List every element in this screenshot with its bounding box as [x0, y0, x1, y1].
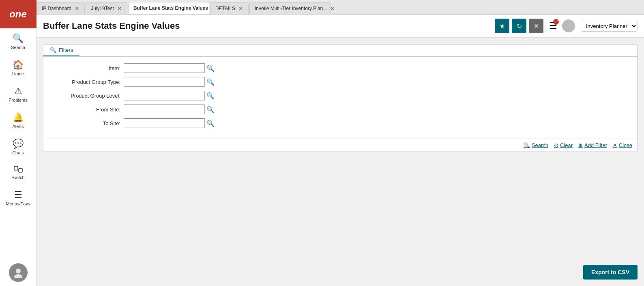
- sidebar-item-label-problems: Problems: [9, 98, 27, 102]
- sidebar-item-chats[interactable]: 💬 Chats: [0, 134, 36, 160]
- add-filter-icon: ⊕: [578, 142, 583, 148]
- search-filter-button[interactable]: 🔍 Search: [524, 142, 548, 148]
- header-actions: ★ ↻ ✕ ☰ 1 Inventory Planner Option 2 Opt…: [495, 19, 638, 33]
- app-logo[interactable]: one: [0, 0, 36, 28]
- sidebar-item-label-switch: Switch: [11, 175, 24, 180]
- export-csv-button[interactable]: Export to CSV: [583, 265, 638, 280]
- filter-search-btn-product-group-type[interactable]: 🔍: [206, 78, 215, 86]
- tab-buffer-lane[interactable]: Buffer Lane Stats Engine Values ✕: [128, 2, 209, 14]
- filter-label-product-group-level: Product Group Level:: [52, 93, 120, 99]
- sidebar-item-problems[interactable]: ⚠ Problems: [0, 81, 36, 107]
- inventory-planner-select[interactable]: Inventory Planner Option 2 Option 3: [581, 21, 638, 32]
- content-area: 🔍 Filters Item: 🔍 Product Group Type: 🔍: [36, 38, 644, 286]
- filter-row-product-group-type: Product Group Type: 🔍: [52, 77, 629, 87]
- refresh-button[interactable]: ↻: [512, 19, 526, 33]
- filter-input-product-group-type[interactable]: [124, 77, 205, 87]
- warning-icon: ⚠: [14, 86, 22, 96]
- tab-details[interactable]: DETAILS ✕: [210, 2, 249, 14]
- main-area: IP Dashboard ✕ July19Test ✕ Buffer Lane …: [36, 0, 644, 286]
- page-title: Buffer Lane Stats Engine Values: [43, 21, 495, 31]
- sidebar-item-label-home: Home: [12, 71, 24, 76]
- filter-actions: 🔍 Search ⊘ Clear ⊕ Add Filter ✕ Close: [43, 139, 637, 152]
- tab-close-invoke-multi[interactable]: ✕: [330, 5, 335, 12]
- tab-bar: IP Dashboard ✕ July19Test ✕ Buffer Lane …: [36, 0, 644, 15]
- search-filter-label: Search: [532, 142, 548, 148]
- close-filter-icon: ✕: [613, 142, 617, 148]
- filter-search-btn-from-site[interactable]: 🔍: [206, 106, 215, 113]
- svg-rect-0: [14, 166, 18, 170]
- switch-icon: [14, 165, 23, 174]
- clear-filter-icon: ⊘: [554, 142, 558, 148]
- filter-row-from-site: From Site: 🔍: [52, 105, 629, 114]
- tab-label: Invoke Multi-Tier Inventory Plan...: [255, 6, 327, 11]
- tab-close-ip-dashboard[interactable]: ✕: [75, 5, 79, 12]
- filter-search-btn-product-group-level[interactable]: 🔍: [206, 92, 215, 100]
- user-avatar-header[interactable]: [562, 19, 575, 32]
- tab-invoke-multi[interactable]: Invoke Multi-Tier Inventory Plan... ✕: [249, 2, 331, 14]
- close-filter-button[interactable]: ✕ Close: [613, 142, 632, 148]
- filter-input-to-site[interactable]: [124, 118, 205, 128]
- user-avatar-sidebar[interactable]: [9, 263, 28, 282]
- tab-label: DETAILS: [215, 6, 235, 11]
- bell-icon: 🔔: [13, 112, 24, 123]
- close-filter-label: Close: [619, 142, 632, 148]
- tab-close-july19test[interactable]: ✕: [117, 5, 122, 12]
- sidebar-item-label-chats: Chats: [12, 150, 24, 155]
- svg-point-3: [14, 274, 22, 278]
- filter-label-from-site: From Site:: [52, 107, 120, 113]
- sidebar-item-menus[interactable]: ☰ Menus/Favs: [0, 185, 36, 211]
- tab-label: Buffer Lane Stats Engine Values: [133, 5, 208, 11]
- svg-point-2: [16, 269, 21, 273]
- add-filter-button[interactable]: ⊕ Add Filter: [578, 142, 607, 148]
- favorite-button[interactable]: ★: [495, 19, 509, 33]
- tab-label: July19Test: [91, 6, 114, 11]
- tab-july19test[interactable]: July19Test ✕: [86, 2, 127, 14]
- sidebar-item-label-alerts: Alerts: [12, 124, 24, 129]
- filter-search-btn-item[interactable]: 🔍: [206, 64, 215, 72]
- sidebar-item-label-search: Search: [11, 45, 25, 50]
- filter-input-item[interactable]: [124, 63, 205, 73]
- add-filter-label: Add Filter: [584, 142, 607, 148]
- close-page-button[interactable]: ✕: [529, 19, 543, 33]
- page-header: Buffer Lane Stats Engine Values ★ ↻ ✕ ☰ …: [36, 15, 644, 38]
- search-icon: 🔍: [13, 33, 24, 44]
- sidebar-item-alerts[interactable]: 🔔 Alerts: [0, 107, 36, 134]
- notification-bell[interactable]: ☰ 1: [549, 21, 557, 31]
- clear-filter-button[interactable]: ⊘ Clear: [554, 142, 573, 148]
- tab-label: IP Dashboard: [42, 6, 71, 11]
- filter-body: Item: 🔍 Product Group Type: 🔍 Product Gr…: [43, 57, 637, 139]
- clear-filter-label: Clear: [560, 142, 573, 148]
- filter-panel: 🔍 Filters Item: 🔍 Product Group Type: 🔍: [43, 44, 638, 152]
- chat-icon: 💬: [13, 139, 24, 149]
- filter-tab-bar: 🔍 Filters: [43, 45, 637, 57]
- filter-input-from-site[interactable]: [124, 105, 205, 114]
- filter-label-product-group-type: Product Group Type:: [52, 79, 120, 85]
- menus-icon: ☰: [14, 190, 22, 200]
- filter-tab-filters[interactable]: 🔍 Filters: [43, 45, 79, 56]
- home-icon: 🏠: [13, 60, 24, 70]
- filter-tab-label: Filters: [59, 47, 73, 53]
- tab-close-details[interactable]: ✕: [238, 5, 243, 12]
- tab-ip-dashboard[interactable]: IP Dashboard ✕: [36, 2, 85, 14]
- sidebar-item-label-menus: Menus/Favs: [6, 201, 30, 206]
- filter-label-to-site: To Site:: [52, 120, 120, 126]
- filter-row-to-site: To Site: 🔍: [52, 118, 629, 128]
- filter-label-item: Item:: [52, 65, 120, 71]
- filter-row-item: Item: 🔍: [52, 63, 629, 73]
- filter-search-btn-to-site[interactable]: 🔍: [206, 120, 215, 127]
- search-filter-icon: 🔍: [524, 142, 530, 148]
- sidebar: one 🔍 Search 🏠 Home ⚠ Problems 🔔 Alerts …: [0, 0, 36, 286]
- notification-badge: 1: [553, 19, 559, 25]
- sidebar-item-switch[interactable]: Switch: [0, 160, 36, 185]
- filter-tab-icon: 🔍: [50, 47, 56, 53]
- filter-input-product-group-level[interactable]: [124, 91, 205, 100]
- sidebar-item-search[interactable]: 🔍 Search: [0, 28, 36, 55]
- logo-text: one: [9, 9, 27, 20]
- filter-row-product-group-level: Product Group Level: 🔍: [52, 91, 629, 100]
- bottom-bar: Export to CSV: [43, 261, 638, 280]
- sidebar-item-home[interactable]: 🏠 Home: [0, 55, 36, 81]
- svg-rect-1: [19, 169, 22, 172]
